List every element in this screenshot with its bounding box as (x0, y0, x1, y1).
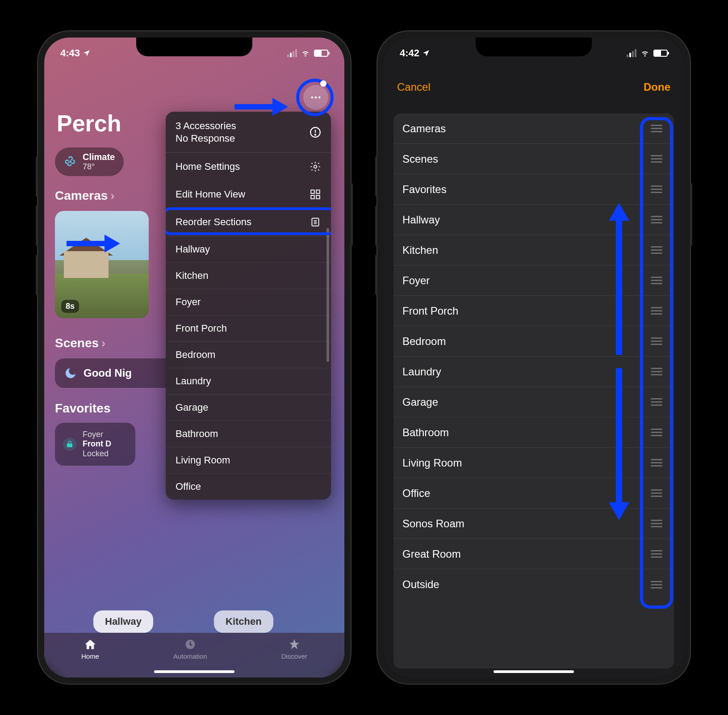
menu-room-item[interactable]: Bedroom (166, 341, 331, 368)
cellular-icon (287, 49, 297, 57)
drag-handle-icon[interactable] (648, 213, 665, 226)
drag-handle-icon[interactable] (648, 365, 665, 378)
menu-room-item[interactable]: Office (166, 473, 331, 500)
drag-handle-icon[interactable] (648, 456, 665, 469)
tab-discover[interactable]: Discover (281, 638, 307, 660)
climate-pill[interactable]: Climate 78° (55, 147, 124, 176)
camera-tile[interactable]: 8s (55, 211, 149, 318)
battery-icon (314, 50, 328, 57)
menu-home-settings[interactable]: Home Settings (166, 153, 331, 181)
reorder-row-label: Favorites (402, 183, 447, 196)
tab-home[interactable]: Home (81, 638, 99, 660)
climate-label: Climate (83, 152, 115, 162)
svg-point-3 (318, 97, 321, 99)
moon-icon (64, 366, 77, 380)
annotation-arrow-up (608, 203, 630, 357)
reorder-row[interactable]: Hallway (393, 205, 674, 235)
svg-point-8 (315, 134, 316, 135)
reorder-row[interactable]: Foyer (393, 265, 674, 296)
svg-marker-19 (105, 235, 120, 252)
reorder-row[interactable]: Great Room (393, 539, 674, 569)
fav-line3: Locked (83, 449, 111, 459)
menu-room-item[interactable]: Bathroom (166, 421, 331, 447)
annotation-arrow-down (608, 368, 630, 522)
camera-timestamp: 8s (61, 300, 79, 313)
drag-handle-icon[interactable] (648, 244, 665, 257)
reorder-row-label: Great Room (402, 548, 461, 560)
chevron-right-icon: › (110, 189, 114, 203)
menu-room-item[interactable]: Front Porch (166, 315, 331, 341)
menu-edit-home-view[interactable]: Edit Home View (166, 181, 331, 208)
reorder-row[interactable]: Sonos Roam (393, 509, 674, 539)
wifi-icon (640, 49, 650, 57)
fav-line1: Foyer (83, 430, 111, 440)
reorder-row[interactable]: Scenes (393, 144, 674, 174)
reorder-row-label: Foyer (402, 274, 430, 287)
reorder-row[interactable]: Kitchen (393, 235, 674, 265)
drag-handle-icon[interactable] (648, 578, 665, 591)
house-icon (84, 638, 97, 651)
drag-handle-icon[interactable] (648, 274, 665, 287)
drag-handle-icon[interactable] (648, 183, 665, 196)
drag-handle-icon[interactable] (648, 304, 665, 317)
reorder-row[interactable]: Bedroom (393, 326, 674, 357)
fan-icon (64, 155, 77, 168)
svg-marker-21 (609, 368, 629, 520)
reorder-row[interactable]: Front Porch (393, 296, 674, 326)
nav-bar: Cancel Done (384, 72, 684, 103)
drag-handle-icon[interactable] (648, 517, 665, 530)
reorder-row[interactable]: Cameras (393, 114, 674, 144)
reorder-row-label: Office (402, 487, 430, 500)
menu-reorder-sections[interactable]: Reorder Sections (166, 208, 331, 236)
list-icon (310, 216, 321, 228)
grid-icon (310, 189, 321, 200)
menu-room-item[interactable]: Kitchen (166, 262, 331, 289)
reorder-row-label: Living Room (402, 457, 462, 469)
menu-room-item[interactable]: Laundry (166, 368, 331, 394)
reorder-row-label: Laundry (402, 366, 441, 378)
room-pill-kitchen[interactable]: Kitchen (214, 610, 273, 633)
reorder-row[interactable]: Favorites (393, 174, 674, 205)
tab-automation[interactable]: Automation (173, 638, 207, 660)
reorder-row[interactable]: Bathroom (393, 417, 674, 448)
wifi-icon (301, 49, 310, 57)
home-indicator[interactable] (494, 670, 574, 673)
drag-handle-icon[interactable] (648, 426, 665, 439)
svg-point-1 (311, 97, 314, 99)
drag-handle-icon[interactable] (648, 122, 665, 135)
home-indicator[interactable] (154, 670, 234, 673)
drag-handle-icon[interactable] (648, 547, 665, 560)
reorder-row-label: Kitchen (402, 244, 438, 257)
scrollbar[interactable] (326, 147, 329, 494)
menu-room-item[interactable]: Hallway (166, 236, 331, 262)
drag-handle-icon[interactable] (648, 487, 665, 500)
favorite-tile[interactable]: Foyer Front D Locked (55, 423, 135, 466)
done-button[interactable]: Done (644, 81, 670, 93)
more-button[interactable] (303, 85, 328, 110)
menu-room-item[interactable]: Living Room (166, 447, 331, 473)
fav-line2: Front D (83, 439, 111, 449)
gear-icon (310, 161, 321, 172)
menu-room-item[interactable]: Garage (166, 394, 331, 421)
reorder-row[interactable]: Office (393, 478, 674, 509)
drag-handle-icon[interactable] (648, 395, 665, 408)
cancel-button[interactable]: Cancel (397, 81, 431, 93)
reorder-row[interactable]: Living Room (393, 448, 674, 478)
svg-marker-20 (609, 203, 629, 355)
reorder-row-label: Hallway (402, 214, 440, 226)
notch (136, 38, 252, 56)
scene-tile[interactable]: Good Nig (55, 358, 184, 388)
room-pill-hallway[interactable]: Hallway (93, 610, 153, 633)
svg-rect-11 (316, 190, 320, 193)
lock-icon (63, 437, 76, 451)
notch (476, 38, 592, 56)
svg-rect-12 (311, 195, 314, 199)
drag-handle-icon[interactable] (648, 152, 665, 165)
warning-icon (310, 126, 321, 138)
reorder-row[interactable]: Garage (393, 387, 674, 417)
menu-room-item[interactable]: Foyer (166, 289, 331, 315)
phone-left: 4:43 Perch Climate 78° Cameras › (38, 31, 351, 684)
reorder-row[interactable]: Outside (393, 569, 674, 600)
drag-handle-icon[interactable] (648, 335, 665, 348)
reorder-row[interactable]: Laundry (393, 357, 674, 387)
